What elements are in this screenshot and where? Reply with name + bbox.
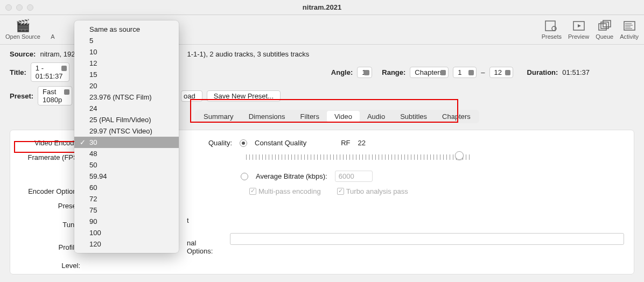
framerate-option[interactable]: 100 (74, 227, 179, 238)
framerate-option[interactable]: 120 (74, 238, 179, 250)
presets-label: Presets (542, 33, 562, 40)
activity-label: Activity (620, 33, 639, 40)
tabs-row: Summary Dimensions Filters Video Audio S… (195, 110, 634, 123)
open-source-button[interactable]: 🎬 Open Source (5, 19, 40, 40)
tab-audio[interactable]: Audio (360, 111, 393, 122)
save-new-preset-button[interactable]: Save New Preset... (207, 90, 281, 102)
x264-unparse: x264 Unparse: level=4.0:ref=2:8x8dct=0:w… (0, 280, 644, 282)
svg-point-1 (552, 26, 556, 31)
preview-label: Preview (568, 33, 589, 40)
average-bitrate-label: Average Bitrate (kbps): (256, 172, 327, 180)
framerate-option[interactable]: 25 (PAL Film/Video) (74, 114, 179, 125)
preset-select[interactable]: Fast 1080p (38, 86, 72, 105)
tab-dimensions[interactable]: Dimensions (241, 111, 293, 122)
framerate-option[interactable]: 75 (74, 205, 179, 216)
framerate-option[interactable]: 60 (74, 182, 179, 193)
angle-label: Angle: (331, 68, 353, 76)
hidden-icon (44, 19, 61, 32)
rf-slider[interactable] (246, 152, 472, 163)
framerate-dropdown[interactable]: Same as source51012152023.976 (NTSC Film… (74, 20, 179, 253)
framerate-option[interactable]: 24 (74, 103, 179, 114)
tabs: Summary Dimensions Filters Video Audio S… (195, 110, 479, 123)
framerate-option[interactable]: 50 (74, 159, 179, 171)
additional-options-input[interactable] (230, 233, 624, 245)
tab-filters[interactable]: Filters (293, 111, 327, 122)
preview-button[interactable]: Preview (568, 19, 589, 40)
level-label: Level: (20, 262, 85, 270)
multipass-checkbox (249, 188, 256, 195)
framerate-option[interactable]: 20 (74, 80, 179, 91)
duration-label: Duration: (527, 68, 558, 76)
tab-subtitles[interactable]: Subtitles (393, 111, 435, 122)
preview-icon (570, 19, 587, 32)
framerate-option[interactable]: 15 (74, 69, 179, 80)
source-label: Source: (10, 50, 36, 58)
quality-label: Quality: (208, 139, 232, 147)
framerate-option[interactable]: 90 (74, 216, 179, 227)
film-icon: 🎬 (14, 19, 31, 32)
preset-label: Preset: (10, 92, 33, 100)
multipass-label: Multi-pass encoding (258, 187, 321, 195)
activity-button[interactable]: Activity (620, 19, 639, 40)
queue-button[interactable]: Queue (596, 19, 613, 40)
range-mode-select[interactable]: Chapters (410, 67, 449, 78)
tab-summary[interactable]: Summary (196, 111, 241, 122)
turbo-label: Turbo analysis pass (346, 187, 408, 195)
duration-value: 01:51:37 (562, 68, 590, 76)
svg-rect-7 (624, 22, 635, 30)
constant-quality-label: Constant Quality (255, 139, 306, 147)
titlebar: nitram.2021 (0, 0, 644, 15)
range-to-select[interactable]: 12 (489, 67, 513, 78)
range-label: Range: (382, 68, 405, 76)
source-value-left: nitram, 192 (40, 50, 75, 58)
rf-label: RF (341, 139, 350, 147)
svg-marker-3 (578, 24, 581, 27)
queue-label: Queue (596, 33, 613, 40)
title-label: Title: (10, 68, 26, 76)
framerate-option[interactable]: 12 (74, 58, 179, 69)
framerate-option[interactable]: 72 (74, 193, 179, 205)
open-source-label: Open Source (5, 33, 40, 40)
presets-icon (543, 19, 560, 32)
range-from-select[interactable]: 1 (453, 67, 477, 78)
framerate-option[interactable]: 23.976 (NTSC Film) (74, 91, 179, 103)
angle-select[interactable]: 1 (357, 67, 372, 78)
window-title: nitram.2021 (0, 3, 644, 11)
turbo-checkbox (337, 188, 344, 195)
framerate-option[interactable]: Same as source (74, 24, 179, 35)
range-sep: – (481, 68, 485, 76)
framerate-option[interactable]: 5 (74, 35, 179, 46)
framerate-option[interactable]: 10 (74, 46, 179, 58)
title-select[interactable]: 1 - 01:51:37 (31, 62, 69, 82)
svg-rect-0 (545, 21, 555, 31)
presets-button[interactable]: Presets (542, 19, 562, 40)
tab-chapters[interactable]: Chapters (435, 111, 478, 122)
toolbar-hidden-button[interactable]: A (47, 19, 59, 40)
bitrate-input[interactable]: 6000 (335, 171, 373, 182)
framerate-option[interactable]: 29.97 (NTSC Video) (74, 125, 179, 137)
reload-button[interactable]: oad (181, 90, 202, 102)
activity-icon (621, 19, 638, 32)
framerate-option[interactable]: 59.94 (74, 171, 179, 182)
constant-quality-radio[interactable] (240, 139, 247, 147)
queue-icon (596, 19, 613, 32)
tab-video[interactable]: Video (327, 111, 360, 122)
source-value-right: 1-1-1), 2 audio tracks, 3 subtitles trac… (187, 50, 309, 58)
framerate-option[interactable]: 48 (74, 148, 179, 159)
rf-value: 22 (358, 139, 366, 147)
average-bitrate-radio[interactable] (241, 173, 248, 180)
svg-rect-5 (601, 22, 608, 29)
framerate-option[interactable]: 30 (74, 137, 179, 148)
